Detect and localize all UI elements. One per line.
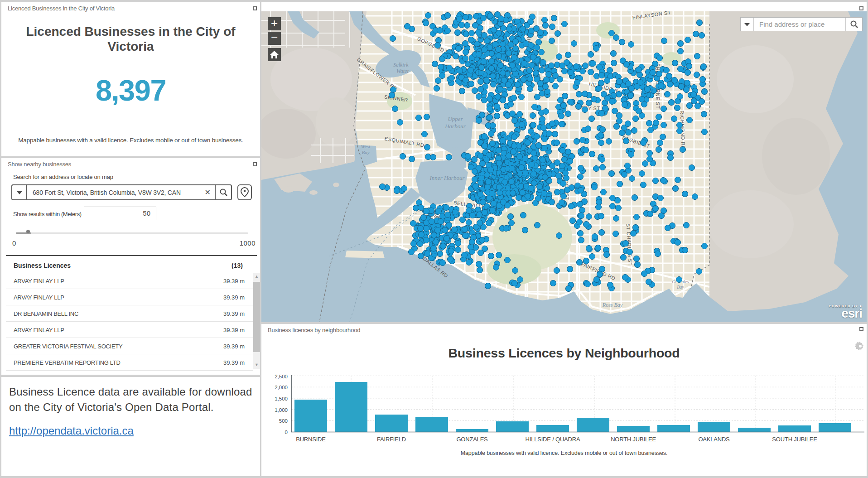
svg-text:Bay: Bay — [362, 150, 369, 155]
svg-text:HILLSIDE / QUADRA: HILLSIDE / QUADRA — [526, 436, 580, 443]
svg-text:Harbour: Harbour — [444, 123, 466, 130]
svg-text:Mappable businesses with valid: Mappable businesses with valid licence. … — [461, 450, 668, 456]
svg-text:Upper: Upper — [448, 116, 463, 122]
svg-text:Ross Bay: Ross Bay — [602, 302, 623, 308]
svg-text:1,500: 1,500 — [275, 396, 288, 401]
svg-text:Bay: Bay — [677, 285, 684, 290]
svg-text:SOUTH JUBILEE: SOUTH JUBILEE — [772, 436, 817, 443]
svg-text:NORTH JUBILEE: NORTH JUBILEE — [611, 436, 656, 443]
svg-text:BURNSIDE: BURNSIDE — [296, 436, 326, 443]
svg-text:West: West — [361, 144, 371, 149]
svg-text:2,000: 2,000 — [275, 385, 288, 390]
svg-text:500: 500 — [279, 418, 288, 424]
svg-text:Business Licences by Neighbour: Business Licences by Neighbourhood — [448, 346, 680, 360]
svg-text:FAIRFIELD: FAIRFIELD — [377, 436, 406, 443]
svg-text:1,000: 1,000 — [275, 407, 288, 413]
svg-text:Selkirk: Selkirk — [393, 62, 409, 68]
svg-text:GONZALES: GONZALES — [456, 436, 488, 443]
svg-text:2,500: 2,500 — [275, 374, 288, 379]
svg-text:0: 0 — [285, 430, 288, 435]
svg-text:OAKLANDS: OAKLANDS — [698, 436, 730, 443]
svg-text:Water: Water — [396, 68, 410, 74]
svg-text:Inner Harbour: Inner Harbour — [429, 174, 465, 181]
